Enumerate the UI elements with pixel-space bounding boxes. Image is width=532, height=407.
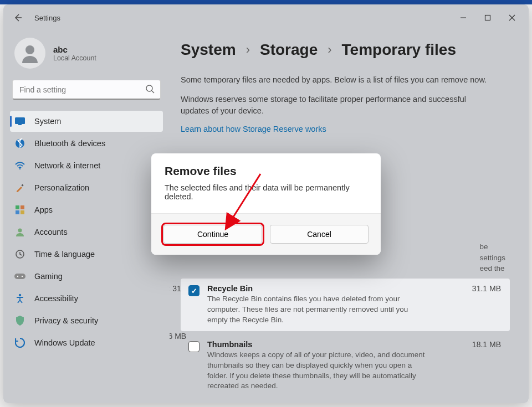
office-ribbon <box>0 0 532 4</box>
ribbon-tabs <box>0 0 532 4</box>
continue-button[interactable]: Continue <box>163 225 262 244</box>
dialog-text: The selected files and their data will b… <box>165 183 367 201</box>
cancel-button[interactable]: Cancel <box>270 225 369 244</box>
dialog-title: Remove files <box>165 164 367 178</box>
settings-window: Settings abc Local Account <box>3 4 529 403</box>
remove-files-dialog: Remove files The selected files and thei… <box>151 153 381 255</box>
modal-wrap: Remove files The selected files and thei… <box>3 4 529 403</box>
